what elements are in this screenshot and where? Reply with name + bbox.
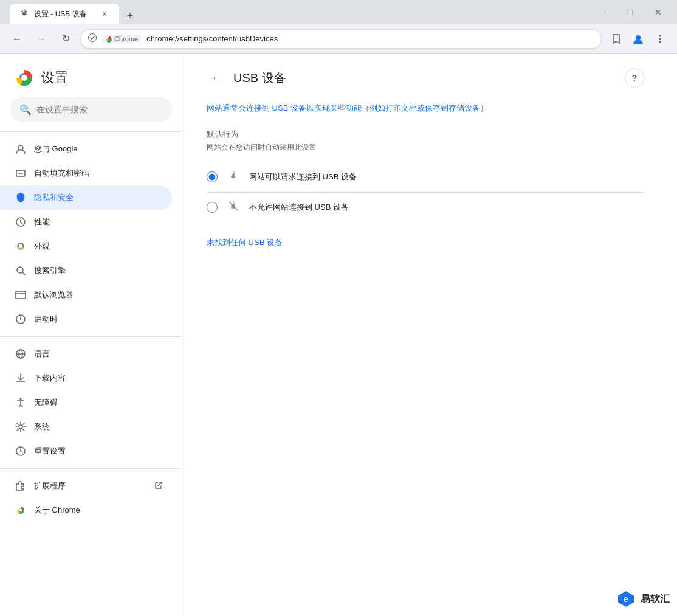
svg-line-31 xyxy=(229,202,238,210)
privacy-icon xyxy=(15,192,27,204)
svg-point-19 xyxy=(20,319,21,320)
chrome-logo xyxy=(15,68,34,88)
search-bar: 🔍 xyxy=(10,97,172,122)
tab-settings-icon xyxy=(19,9,29,19)
url-text: chrome://settings/content/usbDevices xyxy=(146,34,594,43)
minimize-button[interactable]: — xyxy=(588,2,616,22)
default-behavior-title: 默认行为 xyxy=(207,129,644,140)
back-to-privacy-button[interactable]: ← xyxy=(207,68,226,88)
content-area: ← USB 设备 ? 网站通常会连接到 USB 设备以实现某些功能（例如打印文档… xyxy=(182,54,668,263)
block-radio[interactable] xyxy=(207,202,218,213)
sidebar-header: 设置 xyxy=(0,63,182,97)
sidebar-item-appearance[interactable]: 外观 xyxy=(0,234,172,258)
sidebar-item-reset[interactable]: 重置设置 xyxy=(0,439,172,463)
sidebar-label-startup: 启动时 xyxy=(34,314,162,325)
svg-point-24 xyxy=(20,398,22,400)
menu-button[interactable] xyxy=(650,29,670,49)
sidebar-divider-1 xyxy=(0,131,182,132)
sidebar-item-privacy[interactable]: 隐私和安全 xyxy=(0,185,172,210)
sidebar-label-browser: 默认浏览器 xyxy=(34,289,162,300)
allow-radio[interactable] xyxy=(207,171,218,182)
sidebar-item-downloads[interactable]: 下载内容 xyxy=(0,366,172,390)
sidebar-item-language[interactable]: 语言 xyxy=(0,342,172,366)
svg-point-4 xyxy=(659,35,661,36)
sidebar-item-accessibility[interactable]: 无障碍 xyxy=(0,390,172,415)
radio-item-allow: 网站可以请求连接到 USB 设备 xyxy=(207,162,644,193)
about-icon xyxy=(15,504,27,516)
nav-actions xyxy=(607,29,670,49)
sidebar-label-appearance: 外观 xyxy=(34,241,162,252)
svg-point-1 xyxy=(89,34,97,42)
sidebar-item-extensions[interactable]: 扩展程序 xyxy=(0,474,172,498)
title-bar: 设置 - USB 设备 ✕ + — □ ✕ xyxy=(0,0,677,24)
accessibility-icon xyxy=(15,396,27,409)
page-header: ← USB 设备 ? xyxy=(207,68,644,88)
forward-button[interactable]: → xyxy=(32,29,51,49)
reload-button[interactable]: ↻ xyxy=(56,29,75,49)
back-button[interactable]: ← xyxy=(7,29,27,49)
bookmark-button[interactable] xyxy=(607,29,626,49)
search-input[interactable] xyxy=(36,105,162,114)
sidebar-label-performance: 性能 xyxy=(34,216,162,227)
allow-radio-label: 网站可以请求连接到 USB 设备 xyxy=(249,171,357,182)
default-behavior-subtitle: 网站会在您访问时自动采用此设置 xyxy=(207,142,644,153)
active-tab[interactable]: 设置 - USB 设备 ✕ xyxy=(10,4,119,24)
sidebar-label-privacy: 隐私和安全 xyxy=(34,192,162,203)
close-button[interactable]: ✕ xyxy=(644,2,672,22)
search-engine-icon xyxy=(15,265,27,277)
sidebar-item-browser[interactable]: 默认浏览器 xyxy=(0,283,172,307)
settings-title: 设置 xyxy=(41,69,68,87)
navbar: ← → ↻ Chrome chrome://settings/content/u… xyxy=(0,24,677,54)
sidebar-label-system: 系统 xyxy=(34,421,162,432)
language-icon xyxy=(15,348,27,360)
extensions-icon xyxy=(15,480,27,492)
sidebar-item-search[interactable]: 搜索引擎 xyxy=(0,258,172,283)
system-icon xyxy=(15,421,27,433)
appearance-icon xyxy=(15,240,27,252)
sidebar-item-google[interactable]: 您与 Google xyxy=(0,137,172,161)
sidebar-item-autofill[interactable]: 自动填充和密码 xyxy=(0,161,172,185)
svg-text:e: e xyxy=(624,594,628,604)
sidebar-label-about: 关于 Chrome xyxy=(34,505,162,516)
watermark: e 易软汇 xyxy=(616,589,670,609)
page-title: USB 设备 xyxy=(233,70,617,86)
search-input-wrap[interactable]: 🔍 xyxy=(10,97,172,122)
settings-body: 设置 🔍 您与 Google xyxy=(0,54,677,616)
main-content: ← USB 设备 ? 网站通常会连接到 USB 设备以实现某些功能（例如打印文档… xyxy=(182,54,677,616)
tab-strip: 设置 - USB 设备 ✕ + xyxy=(10,0,588,24)
svg-point-30 xyxy=(19,509,22,512)
svg-point-6 xyxy=(659,41,661,43)
sidebar-label-downloads: 下载内容 xyxy=(34,373,162,384)
sidebar-item-about[interactable]: 关于 Chrome xyxy=(0,498,172,522)
sidebar-divider-2 xyxy=(0,336,182,337)
sidebar-item-system[interactable]: 系统 xyxy=(0,415,172,439)
no-devices-text: 未找到任何 USB 设备 xyxy=(207,237,644,248)
sidebar-label-extensions: 扩展程序 xyxy=(34,480,148,491)
help-button[interactable]: ? xyxy=(625,68,644,88)
sidebar-item-performance[interactable]: 性能 xyxy=(0,210,172,234)
chrome-badge: Chrome xyxy=(101,35,142,43)
autofill-icon xyxy=(15,167,27,179)
svg-point-8 xyxy=(21,75,27,81)
sidebar-divider-3 xyxy=(0,468,182,469)
watermark-text: 易软汇 xyxy=(641,593,670,606)
profile-button[interactable] xyxy=(628,29,648,49)
sidebar-item-startup[interactable]: 启动时 xyxy=(0,307,172,331)
new-tab-button[interactable]: + xyxy=(122,7,139,24)
usb-block-icon xyxy=(227,200,239,215)
google-icon xyxy=(15,143,27,155)
svg-point-5 xyxy=(659,38,661,40)
block-radio-label: 不允许网站连接到 USB 设备 xyxy=(249,202,349,213)
sidebar-label-reset: 重置设置 xyxy=(34,446,162,457)
security-icon xyxy=(88,33,97,44)
maximize-button[interactable]: □ xyxy=(616,2,644,22)
window-controls: — □ ✕ xyxy=(588,2,672,22)
svg-rect-15 xyxy=(16,291,26,299)
radio-item-block: 不允许网站连接到 USB 设备 xyxy=(207,193,644,223)
sidebar-label-search: 搜索引擎 xyxy=(34,265,162,276)
usb-allow-icon xyxy=(227,170,239,185)
tab-close-button[interactable]: ✕ xyxy=(100,9,109,19)
address-bar[interactable]: Chrome chrome://settings/content/usbDevi… xyxy=(80,29,602,49)
sidebar-label-google: 您与 Google xyxy=(34,144,162,154)
downloads-icon xyxy=(15,372,27,384)
